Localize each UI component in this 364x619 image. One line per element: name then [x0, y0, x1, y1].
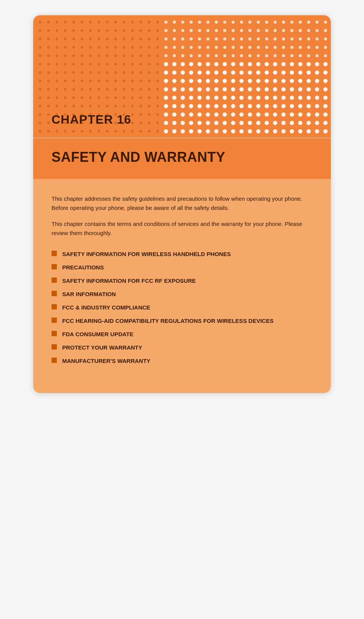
toc-item-label-8: MANUFACTURER'S WARRANTY [62, 357, 150, 365]
bullet-icon-5 [52, 318, 57, 323]
toc-item-label-7: PROTECT YOUR WARRANTY [62, 343, 142, 351]
toc-item-7[interactable]: PROTECT YOUR WARRANTY [52, 343, 312, 351]
bullet-icon-2 [52, 277, 57, 283]
bullet-icon-6 [52, 331, 57, 336]
toc-item-label-4: FCC & INDUSTRY COMPLIANCE [62, 303, 150, 311]
content-section: This chapter addresses the safety guidel… [33, 179, 331, 393]
toc-item-label-6: FDA CONSUMER UPDATE [62, 330, 134, 338]
toc-item-label-5: FCC HEARING-AID COMPATIBILITY REGULATION… [62, 317, 274, 325]
toc-item-label-1: PRECAUTIONS [62, 263, 104, 271]
bullet-icon-0 [52, 251, 57, 256]
page-title: SAFETY AND WARRANTY [52, 149, 312, 165]
bullet-icon-1 [52, 264, 57, 269]
toc-item-label-3: SAR INFORMATION [62, 290, 116, 298]
bullet-icon-8 [52, 358, 57, 363]
toc-item-label-2: SAFETY INFORMATION FOR FCC RF EXPOSURE [62, 277, 196, 285]
toc-item-5[interactable]: FCC HEARING-AID COMPATIBILITY REGULATION… [52, 317, 312, 325]
title-section: SAFETY AND WARRANTY [33, 137, 331, 179]
header-section: CHAPTER 16 [33, 15, 331, 137]
toc-item-2[interactable]: SAFETY INFORMATION FOR FCC RF EXPOSURE [52, 277, 312, 285]
toc-item-label-0: SAFETY INFORMATION FOR WIRELESS HANDHELD… [62, 250, 231, 258]
toc-item-3[interactable]: SAR INFORMATION [52, 290, 312, 298]
bullet-icon-7 [52, 344, 57, 350]
bullet-icon-3 [52, 291, 57, 296]
toc-list: SAFETY INFORMATION FOR WIRELESS HANDHELD… [52, 250, 312, 365]
bullet-icon-4 [52, 304, 57, 310]
intro-paragraph-1: This chapter addresses the safety guidel… [52, 194, 312, 213]
toc-item-8[interactable]: MANUFACTURER'S WARRANTY [52, 357, 312, 365]
toc-item-1[interactable]: PRECAUTIONS [52, 263, 312, 271]
page-container: CHAPTER 16 SAFETY AND WARRANTY This chap… [33, 15, 331, 393]
chapter-label: CHAPTER 16 [52, 113, 131, 127]
toc-item-6[interactable]: FDA CONSUMER UPDATE [52, 330, 312, 338]
toc-item-0[interactable]: SAFETY INFORMATION FOR WIRELESS HANDHELD… [52, 250, 312, 258]
toc-item-4[interactable]: FCC & INDUSTRY COMPLIANCE [52, 303, 312, 311]
intro-paragraph-2: This chapter contains the terms and cond… [52, 219, 312, 238]
